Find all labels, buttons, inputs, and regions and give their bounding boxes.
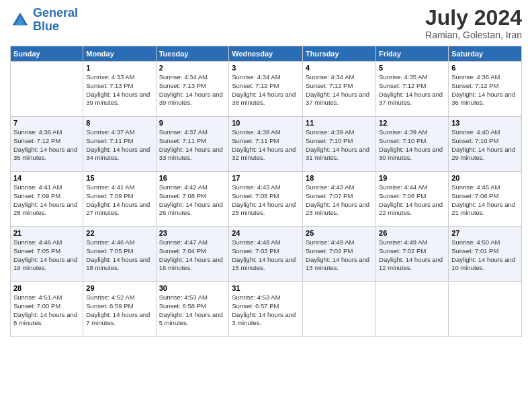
title-block: July 2024 Ramian, Golestan, Iran xyxy=(425,7,522,40)
week-row-5: 28Sunrise: 4:51 AMSunset: 7:00 PMDayligh… xyxy=(11,282,522,337)
day-cell: 1Sunrise: 4:33 AMSunset: 7:13 PMDaylight… xyxy=(83,62,156,117)
day-info: Sunrise: 4:43 AMSunset: 7:08 PMDaylight:… xyxy=(232,183,300,218)
day-number: 16 xyxy=(159,174,226,182)
day-number: 21 xyxy=(13,229,80,237)
day-number: 15 xyxy=(86,174,152,182)
day-number: 5 xyxy=(379,64,445,72)
day-info: Sunrise: 4:34 AMSunset: 7:12 PMDaylight:… xyxy=(306,73,373,107)
day-cell xyxy=(376,282,449,337)
day-cell: 2Sunrise: 4:34 AMSunset: 7:13 PMDaylight… xyxy=(156,62,229,117)
day-cell: 30Sunrise: 4:53 AMSunset: 6:58 PMDayligh… xyxy=(156,282,229,337)
day-cell: 16Sunrise: 4:42 AMSunset: 7:08 PMDayligh… xyxy=(156,172,229,227)
day-number: 8 xyxy=(86,119,152,127)
day-number: 24 xyxy=(232,229,300,237)
week-row-4: 21Sunrise: 4:46 AMSunset: 7:05 PMDayligh… xyxy=(11,227,522,282)
logo-line1: General xyxy=(33,6,78,19)
day-number: 19 xyxy=(379,174,445,182)
day-info: Sunrise: 4:38 AMSunset: 7:11 PMDaylight:… xyxy=(232,128,300,163)
day-cell: 26Sunrise: 4:49 AMSunset: 7:02 PMDayligh… xyxy=(376,227,449,282)
day-info: Sunrise: 4:35 AMSunset: 7:12 PMDaylight:… xyxy=(379,73,445,107)
location: Ramian, Golestan, Iran xyxy=(425,30,522,40)
day-info: Sunrise: 4:41 AMSunset: 7:09 PMDaylight:… xyxy=(86,183,152,218)
day-number: 13 xyxy=(451,119,519,127)
day-number: 27 xyxy=(451,229,519,237)
day-info: Sunrise: 4:49 AMSunset: 7:02 PMDaylight:… xyxy=(379,238,445,273)
day-number: 11 xyxy=(306,119,373,127)
day-cell: 31Sunrise: 4:53 AMSunset: 6:57 PMDayligh… xyxy=(229,282,303,337)
day-number: 2 xyxy=(159,64,226,72)
logo: General Blue xyxy=(10,7,78,34)
day-number: 18 xyxy=(306,174,373,182)
day-number: 28 xyxy=(13,284,80,292)
col-wednesday: Wednesday xyxy=(229,46,303,62)
day-cell: 27Sunrise: 4:50 AMSunset: 7:01 PMDayligh… xyxy=(449,227,522,282)
col-saturday: Saturday xyxy=(449,46,522,62)
day-info: Sunrise: 4:33 AMSunset: 7:13 PMDaylight:… xyxy=(86,73,152,107)
day-info: Sunrise: 4:46 AMSunset: 7:05 PMDaylight:… xyxy=(13,238,80,273)
day-info: Sunrise: 4:44 AMSunset: 7:06 PMDaylight:… xyxy=(379,183,445,218)
day-cell: 11Sunrise: 4:39 AMSunset: 7:10 PMDayligh… xyxy=(303,117,376,172)
day-cell: 24Sunrise: 4:48 AMSunset: 7:03 PMDayligh… xyxy=(229,227,303,282)
day-info: Sunrise: 4:40 AMSunset: 7:10 PMDaylight:… xyxy=(451,128,519,163)
page: General Blue July 2024 Ramian, Golestan,… xyxy=(0,0,532,411)
week-row-3: 14Sunrise: 4:41 AMSunset: 7:09 PMDayligh… xyxy=(11,172,522,227)
day-cell: 6Sunrise: 4:36 AMSunset: 7:12 PMDaylight… xyxy=(449,62,522,117)
logo-text: General Blue xyxy=(33,7,78,34)
day-cell xyxy=(303,282,376,337)
day-cell: 9Sunrise: 4:37 AMSunset: 7:11 PMDaylight… xyxy=(156,117,229,172)
day-cell: 4Sunrise: 4:34 AMSunset: 7:12 PMDaylight… xyxy=(303,62,376,117)
day-cell: 5Sunrise: 4:35 AMSunset: 7:12 PMDaylight… xyxy=(376,62,449,117)
day-cell: 14Sunrise: 4:41 AMSunset: 7:09 PMDayligh… xyxy=(11,172,83,227)
day-info: Sunrise: 4:39 AMSunset: 7:10 PMDaylight:… xyxy=(379,128,445,163)
day-info: Sunrise: 4:45 AMSunset: 7:06 PMDaylight:… xyxy=(451,183,519,218)
day-cell: 3Sunrise: 4:34 AMSunset: 7:12 PMDaylight… xyxy=(229,62,303,117)
day-number: 29 xyxy=(86,284,152,292)
day-info: Sunrise: 4:48 AMSunset: 7:03 PMDaylight:… xyxy=(232,238,300,273)
logo-line2: Blue xyxy=(33,19,59,33)
day-number: 20 xyxy=(451,174,519,182)
day-info: Sunrise: 4:53 AMSunset: 6:57 PMDaylight:… xyxy=(232,293,300,328)
day-cell: 28Sunrise: 4:51 AMSunset: 7:00 PMDayligh… xyxy=(11,282,83,337)
day-cell: 21Sunrise: 4:46 AMSunset: 7:05 PMDayligh… xyxy=(11,227,83,282)
day-info: Sunrise: 4:42 AMSunset: 7:08 PMDaylight:… xyxy=(159,183,226,218)
day-number: 7 xyxy=(13,119,80,127)
day-cell: 8Sunrise: 4:37 AMSunset: 7:11 PMDaylight… xyxy=(83,117,156,172)
col-tuesday: Tuesday xyxy=(156,46,229,62)
day-info: Sunrise: 4:49 AMSunset: 7:02 PMDaylight:… xyxy=(306,238,373,273)
calendar-body: 1Sunrise: 4:33 AMSunset: 7:13 PMDaylight… xyxy=(11,62,522,337)
day-info: Sunrise: 4:51 AMSunset: 7:00 PMDaylight:… xyxy=(13,293,80,328)
week-row-1: 1Sunrise: 4:33 AMSunset: 7:13 PMDaylight… xyxy=(11,62,522,117)
day-info: Sunrise: 4:39 AMSunset: 7:10 PMDaylight:… xyxy=(306,128,373,163)
day-cell xyxy=(11,62,83,117)
day-info: Sunrise: 4:46 AMSunset: 7:05 PMDaylight:… xyxy=(86,238,152,273)
day-cell: 10Sunrise: 4:38 AMSunset: 7:11 PMDayligh… xyxy=(229,117,303,172)
header-row: Sunday Monday Tuesday Wednesday Thursday… xyxy=(11,46,522,62)
day-info: Sunrise: 4:37 AMSunset: 7:11 PMDaylight:… xyxy=(86,128,152,163)
day-number: 22 xyxy=(86,229,152,237)
day-number: 4 xyxy=(306,64,373,72)
day-info: Sunrise: 4:47 AMSunset: 7:04 PMDaylight:… xyxy=(159,238,226,273)
day-number: 3 xyxy=(232,64,300,72)
day-cell: 19Sunrise: 4:44 AMSunset: 7:06 PMDayligh… xyxy=(376,172,449,227)
col-monday: Monday xyxy=(83,46,156,62)
day-cell: 12Sunrise: 4:39 AMSunset: 7:10 PMDayligh… xyxy=(376,117,449,172)
day-number: 12 xyxy=(379,119,445,127)
day-cell: 7Sunrise: 4:36 AMSunset: 7:12 PMDaylight… xyxy=(11,117,83,172)
col-sunday: Sunday xyxy=(11,46,83,62)
day-cell: 17Sunrise: 4:43 AMSunset: 7:08 PMDayligh… xyxy=(229,172,303,227)
day-cell: 23Sunrise: 4:47 AMSunset: 7:04 PMDayligh… xyxy=(156,227,229,282)
day-number: 14 xyxy=(13,174,80,182)
header: General Blue July 2024 Ramian, Golestan,… xyxy=(10,7,522,40)
day-number: 6 xyxy=(451,64,519,72)
day-number: 10 xyxy=(232,119,300,127)
day-number: 23 xyxy=(159,229,226,237)
day-cell: 25Sunrise: 4:49 AMSunset: 7:02 PMDayligh… xyxy=(303,227,376,282)
day-cell: 29Sunrise: 4:52 AMSunset: 6:59 PMDayligh… xyxy=(83,282,156,337)
day-info: Sunrise: 4:50 AMSunset: 7:01 PMDaylight:… xyxy=(451,238,519,273)
col-friday: Friday xyxy=(376,46,449,62)
day-number: 31 xyxy=(232,284,300,292)
day-cell: 18Sunrise: 4:43 AMSunset: 7:07 PMDayligh… xyxy=(303,172,376,227)
day-number: 1 xyxy=(86,64,152,72)
day-number: 17 xyxy=(232,174,300,182)
day-cell: 13Sunrise: 4:40 AMSunset: 7:10 PMDayligh… xyxy=(449,117,522,172)
